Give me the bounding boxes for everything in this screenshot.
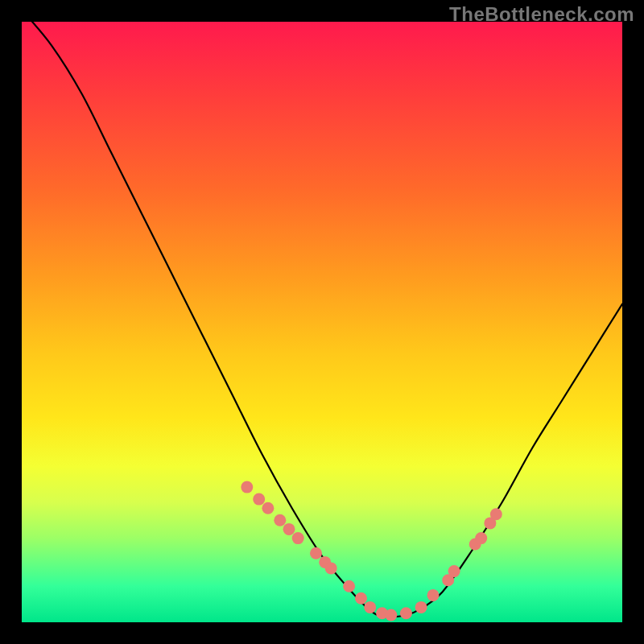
highlight-dot — [292, 532, 304, 544]
highlight-dot — [325, 562, 337, 574]
highlight-dot — [427, 589, 440, 601]
highlight-dot — [262, 502, 274, 514]
highlight-dot — [385, 609, 397, 621]
highlight-dot — [253, 493, 265, 506]
highlight-dot — [475, 532, 487, 544]
highlight-dot — [343, 580, 355, 592]
highlight-dot — [400, 607, 412, 619]
chart-svg — [22, 22, 622, 622]
highlight-dot — [274, 514, 286, 526]
highlight-dot — [415, 601, 427, 613]
highlight-dot — [448, 565, 460, 577]
highlight-dot — [310, 547, 322, 559]
highlight-dot — [241, 481, 253, 493]
highlight-dot — [355, 592, 367, 605]
watermark-text: TheBottleneck.com — [449, 3, 634, 26]
chart-frame: TheBottleneck.com — [0, 0, 644, 644]
highlight-dots-group — [241, 481, 502, 621]
highlight-dot — [364, 601, 376, 613]
highlight-dot — [283, 523, 295, 535]
bottleneck-curve — [22, 22, 622, 617]
highlight-dot — [490, 508, 502, 520]
chart-plot-area — [22, 22, 622, 622]
